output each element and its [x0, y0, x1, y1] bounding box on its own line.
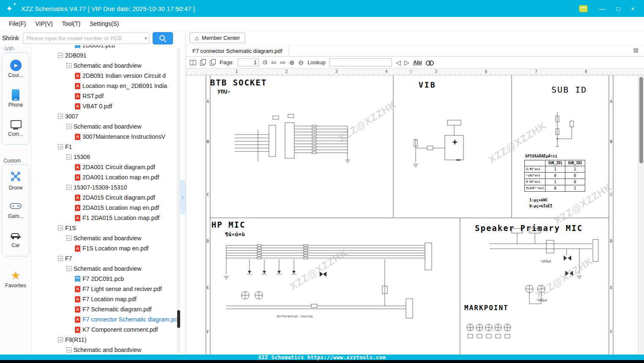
- sidebar-item-game[interactable]: Gam...: [2, 195, 29, 225]
- collapse-icon[interactable]: −: [66, 236, 71, 241]
- tree-item[interactable]: −Schematic and boardview: [32, 345, 186, 355]
- tree-item[interactable]: AF7 Light sense and reciver.pdf: [32, 284, 186, 294]
- tree-item[interactable]: F7 2DC091.pcb: [32, 274, 186, 284]
- collapse-icon[interactable]: −: [66, 185, 71, 190]
- lookup-input[interactable]: [329, 58, 392, 66]
- ruler-number: 7: [535, 69, 537, 74]
- section-title-subid: SUB ID: [551, 85, 587, 95]
- collapse-icon[interactable]: −: [58, 144, 63, 149]
- tree-item[interactable]: AF1S Location map en.pdf: [32, 243, 186, 253]
- tree-item[interactable]: −F1S: [32, 223, 186, 233]
- collapse-icon[interactable]: −: [66, 154, 71, 160]
- vip-group: ▶ Cour... Phone Com...: [2, 52, 30, 145]
- collapse-icon[interactable]: −: [66, 266, 71, 271]
- pdf-scrollbar-thumb[interactable]: [639, 77, 643, 163]
- tree-item[interactable]: −Schematic and boardview: [32, 233, 186, 243]
- collapse-icon[interactable]: −: [58, 337, 63, 342]
- tree-item[interactable]: A2DA015 Location map en.pdf: [32, 203, 186, 213]
- tree-item[interactable]: A2DA001 Circuit diagram.pdf: [32, 162, 186, 172]
- page-number-input[interactable]: [238, 58, 259, 66]
- tree-item-label: F7: [65, 255, 72, 262]
- maximize-button[interactable]: □: [616, 6, 620, 12]
- status-bar-strip: [0, 360, 644, 363]
- tree-item[interactable]: −3007: [32, 111, 186, 121]
- minimize-button[interactable]: —: [599, 6, 605, 12]
- zoom-out-icon[interactable]: ⊖: [299, 59, 304, 66]
- tree-item[interactable]: AK7 Component comment.pdf: [32, 324, 186, 335]
- sidebar-item-drone[interactable]: Drone: [2, 166, 29, 195]
- two-page-view-icon[interactable]: [190, 60, 196, 65]
- sidebar-item-favorites[interactable]: ★ Favorites: [0, 270, 31, 289]
- row-letter-right: C: [609, 192, 614, 197]
- tree-item[interactable]: A2DA015 Circuit diagram.pdf: [32, 192, 186, 203]
- text-select-tool[interactable]: Abi: [413, 59, 422, 66]
- tree-item[interactable]: A3007Maintenance InstructionsV: [32, 132, 186, 142]
- collapse-icon[interactable]: −: [58, 114, 63, 119]
- tree-item[interactable]: −F9(R11): [32, 335, 186, 345]
- tree-item[interactable]: AF7 Location map.pdf: [32, 294, 186, 304]
- shrink-button[interactable]: Shrink: [1, 35, 20, 41]
- collapse-icon[interactable]: −: [66, 63, 71, 68]
- tree-item[interactable]: AF1 2DA015 Location map.pdf: [32, 213, 186, 223]
- menu-item-file[interactable]: File(F): [4, 20, 30, 27]
- page-copy-icon[interactable]: [200, 59, 206, 66]
- binoculars-search-icon[interactable]: [426, 60, 434, 65]
- member-row: ⌂ Member Center: [186, 31, 644, 45]
- menu-item-vip[interactable]: VIP(V): [30, 20, 57, 27]
- tree-item[interactable]: ARST.pdf: [32, 91, 186, 101]
- next-result-icon[interactable]: ▷: [404, 59, 409, 66]
- combo-caret-icon[interactable]: ▾: [145, 36, 147, 41]
- subid-notes: 1:µç×èNC0:µç×èÌùÉÏ: [529, 197, 552, 209]
- tree-item[interactable]: ALocation map en_ 2DB091 India: [32, 81, 186, 91]
- collapse-icon[interactable]: −: [66, 347, 71, 352]
- close-document-icon[interactable]: ⊠: [633, 47, 639, 53]
- tree-item[interactable]: A2DA001 Location map en.pdf: [32, 172, 186, 182]
- pdf-file-icon: A: [75, 174, 80, 181]
- member-center-button[interactable]: ⌂ Member Center: [189, 33, 245, 43]
- tree-item[interactable]: AVBAT 0.pdf: [32, 101, 186, 111]
- forward-arrow-icon[interactable]: ⇨: [280, 59, 285, 66]
- zoom-in-icon[interactable]: ⊕: [289, 59, 295, 66]
- collapse-icon[interactable]: −: [58, 226, 63, 231]
- tree-item[interactable]: A2DB091 Indian version Circuit d: [32, 71, 186, 81]
- tree-item[interactable]: AF7 Schematic diagram.pdf: [32, 304, 186, 314]
- window-controls: — □ ×: [579, 5, 644, 12]
- subid-table-header: SUB_ID1: [545, 160, 565, 166]
- tree-item[interactable]: −F7: [32, 253, 186, 264]
- search-button[interactable]: [153, 32, 173, 44]
- tree-item[interactable]: −15307-15309-15310: [32, 182, 186, 192]
- row-letter-left: B: [206, 140, 210, 144]
- page-duplicate-icon[interactable]: [210, 59, 216, 66]
- menu-item-settings[interactable]: Settings(S): [85, 20, 123, 27]
- document-tab[interactable]: F7 connector Schematic diagram.pdf: [186, 45, 289, 56]
- collapse-panel-handle[interactable]: ‹: [180, 180, 186, 214]
- tree-scrollbar-thumb[interactable]: [177, 310, 180, 328]
- row-letter-right: A: [609, 99, 614, 104]
- model-search-input[interactable]: [23, 33, 149, 44]
- sidebar-item-course[interactable]: ▶ Cour...: [2, 54, 29, 84]
- tree-item[interactable]: −Schematic and boardview: [32, 264, 186, 274]
- tree-item[interactable]: −F1: [32, 142, 186, 152]
- collapse-icon[interactable]: −: [66, 124, 71, 129]
- tree-item[interactable]: −2DB091: [32, 50, 186, 60]
- magnifier-icon: [159, 35, 166, 42]
- pdf-scrollbar[interactable]: [638, 75, 644, 355]
- vip-card-icon[interactable]: [579, 5, 588, 12]
- sidebar-item-phone[interactable]: Phone: [2, 84, 29, 113]
- back-arrow-icon[interactable]: ⇦: [271, 59, 277, 66]
- collapse-icon[interactable]: −: [58, 256, 63, 261]
- prev-result-icon[interactable]: ◁: [396, 59, 401, 66]
- subid-cell: 1: [545, 166, 565, 173]
- ruler-number: 1: [236, 69, 238, 74]
- menu-item-tool[interactable]: Tool(T): [58, 20, 85, 27]
- collapse-icon[interactable]: −: [58, 53, 63, 58]
- tree-item[interactable]: 2DB001.pcb: [32, 45, 186, 50]
- tree-item[interactable]: AF7 connector Schematic diagram.pdf: [32, 314, 186, 324]
- tree-item[interactable]: −Schematic and boardview: [32, 60, 186, 71]
- sidebar-item-car[interactable]: Car: [2, 225, 29, 255]
- sidebar-item-computer[interactable]: Com...: [2, 113, 29, 143]
- close-button[interactable]: ×: [631, 6, 635, 12]
- pdf-file-icon: A: [75, 195, 80, 201]
- tree-item[interactable]: −Schematic and boardview: [32, 121, 186, 132]
- tree-item[interactable]: −15306: [32, 152, 186, 162]
